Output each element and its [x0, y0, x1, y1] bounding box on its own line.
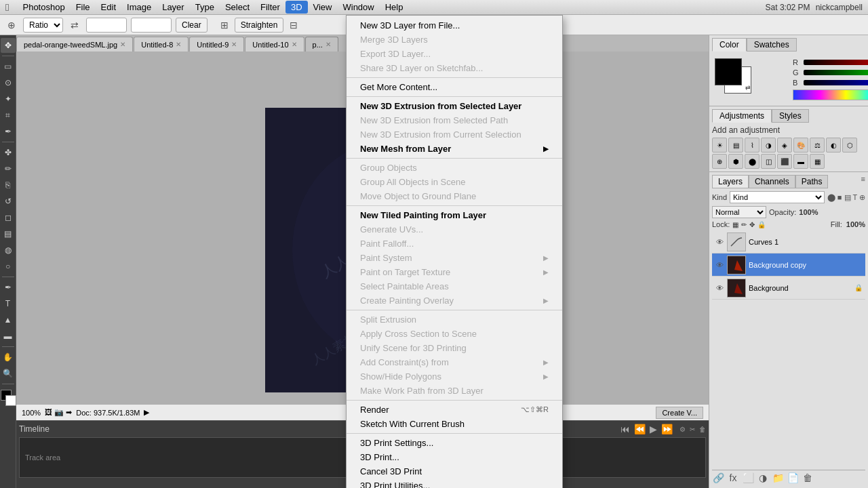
- menu-item-paint-system: Paint System▶: [347, 251, 562, 265]
- menu-separator: [347, 96, 562, 97]
- menu-item-make-work-path: Make Work Path from 3D Layer: [347, 384, 562, 398]
- menu-item-label: Group All Objects in Scene: [360, 177, 465, 187]
- menu-item-label: 3D Print...: [360, 452, 399, 462]
- submenu-arrow-icon: ▶: [543, 373, 549, 380]
- menu-separator: [347, 400, 562, 401]
- menu-image[interactable]: Image: [121, 1, 157, 14]
- menu-3d[interactable]: 3D: [285, 1, 308, 14]
- menu-item-cancel-3d-print[interactable]: Cancel 3D Print: [347, 464, 562, 479]
- menu-separator: [347, 158, 562, 159]
- menubar-datetime: Sat 3:02 PM: [766, 3, 810, 12]
- menu-separator: [347, 77, 562, 78]
- menu-item-label: Add Constraint(s) from: [360, 357, 449, 367]
- menu-item-new-3d-extrusion-selected-path: New 3D Extrusion from Selected Path: [347, 113, 562, 127]
- menu-item-show-hide-polygons: Show/Hide Polygons▶: [347, 369, 562, 384]
- menu-type[interactable]: Type: [190, 1, 220, 14]
- menu-item-export-3d-layer: Export 3D Layer...: [347, 47, 562, 61]
- menu-item-label: Select Paintable Areas: [360, 281, 449, 291]
- menu-separator: [347, 310, 562, 310]
- menu-separator: [347, 205, 562, 206]
- submenu-arrow-icon: ▶: [543, 145, 549, 152]
- menu-layer[interactable]: Layer: [157, 1, 190, 14]
- menu-item-new-3d-layer[interactable]: New 3D Layer from File...: [347, 18, 562, 33]
- menu-item-move-object-ground: Move Object to Ground Plane: [347, 189, 562, 203]
- menu-item-3d-print-utilities[interactable]: 3D Print Utilities...: [347, 479, 562, 488]
- menu-item-split-extrusion: Split Extrusion: [347, 312, 562, 327]
- menu-item-render[interactable]: Render⌥⇧⌘R: [347, 403, 562, 417]
- menu-item-label: Merge 3D Layers: [360, 35, 428, 45]
- menu-item-label: New 3D Extrusion from Selected Layer: [360, 101, 521, 111]
- menu-photoshop[interactable]: Photoshop: [17, 1, 70, 14]
- menu-item-label: Create Painting Overlay: [360, 296, 454, 306]
- menu-item-share-3d-layer: Share 3D Layer on Sketchfab...: [347, 61, 562, 75]
- submenu-arrow-icon: ▶: [543, 254, 549, 262]
- menu-select[interactable]: Select: [220, 1, 255, 14]
- apple-logo-icon: : [5, 1, 9, 13]
- menu-item-label: New 3D Extrusion from Selected Path: [360, 115, 508, 125]
- menu-item-group-all-objects: Group All Objects in Scene: [347, 175, 562, 189]
- menu-item-apply-cross-section: Apply Cross Section to Scene: [347, 327, 562, 341]
- menu-item-label: New 3D Extrusion from Current Selection: [360, 129, 521, 140]
- menubar-user: nickcampbell: [816, 3, 863, 12]
- menu-item-label: Generate UVs...: [360, 224, 423, 235]
- menu-filter[interactable]: Filter: [255, 1, 285, 14]
- submenu-arrow-icon: ▶: [543, 297, 549, 304]
- menu-item-label: Unify Scene for 3D Printing: [360, 343, 467, 353]
- menu-item-label: Apply Cross Section to Scene: [360, 329, 477, 339]
- menu-shortcut: ⌥⇧⌘R: [521, 405, 549, 414]
- menu-item-new-3d-extrusion-current-selection: New 3D Extrusion from Current Selection: [347, 127, 562, 142]
- menu-item-generate-uvs: Generate UVs...: [347, 222, 562, 237]
- menu-view[interactable]: View: [308, 1, 338, 14]
- menu-item-label: Paint Falloff...: [360, 239, 414, 249]
- menu-window[interactable]: Window: [337, 1, 379, 14]
- menu-item-3d-print-settings[interactable]: 3D Print Settings...: [347, 436, 562, 450]
- menu-item-label: Share 3D Layer on Sketchfab...: [360, 63, 483, 73]
- menu-item-add-constraints: Add Constraint(s) from▶: [347, 355, 562, 369]
- menu-bar:  Photoshop File Edit Image Layer Type S…: [0, 0, 868, 15]
- menu-item-label: Paint System: [360, 253, 412, 263]
- menu-item-label: Move Object to Ground Plane: [360, 191, 476, 201]
- menu-item-merge-3d-layers: Merge 3D Layers: [347, 33, 562, 47]
- menu-item-3d-print[interactable]: 3D Print...: [347, 450, 562, 464]
- menu-item-paint-falloff: Paint Falloff...: [347, 237, 562, 251]
- menu-edit[interactable]: Edit: [96, 1, 121, 14]
- menu-item-label: Export 3D Layer...: [360, 49, 431, 59]
- submenu-arrow-icon: ▶: [543, 359, 549, 366]
- menu-item-label: Render: [360, 405, 389, 415]
- menu-item-label: Split Extrusion: [360, 314, 416, 325]
- menu-item-new-mesh-from-layer[interactable]: New Mesh from Layer▶: [347, 142, 562, 156]
- menubar-right: Sat 3:02 PM nickcampbell: [766, 3, 863, 12]
- menu-item-select-paintable: Select Paintable Areas: [347, 279, 562, 293]
- menu-help[interactable]: Help: [380, 1, 409, 14]
- menu-item-create-painting-overlay: Create Painting Overlay▶: [347, 293, 562, 308]
- menu-item-label: Paint on Target Texture: [360, 267, 450, 277]
- menu-item-label: 3D Print Utilities...: [360, 481, 430, 488]
- menu-item-group-objects: Group Objects: [347, 161, 562, 175]
- menu-item-paint-on-target: Paint on Target Texture▶: [347, 265, 562, 279]
- 3d-menu-dropdown: New 3D Layer from File...Merge 3D Layers…: [346, 15, 563, 488]
- menu-item-label: 3D Print Settings...: [360, 438, 433, 448]
- menu-item-label: Show/Hide Polygons: [360, 371, 441, 382]
- menu-item-label: Cancel 3D Print: [360, 466, 422, 476]
- menu-file[interactable]: File: [71, 1, 96, 14]
- menu-item-new-3d-extrusion-selected-layer[interactable]: New 3D Extrusion from Selected Layer: [347, 99, 562, 113]
- menu-item-label: New Mesh from Layer: [360, 144, 451, 154]
- menu-item-new-tiled-painting[interactable]: New Tiled Painting from Layer: [347, 208, 562, 222]
- menu-item-label: Get More Content...: [360, 82, 437, 92]
- menu-item-unify-scene: Unify Scene for 3D Printing: [347, 341, 562, 355]
- menu-item-sketch-brush[interactable]: Sketch With Current Brush: [347, 417, 562, 431]
- menu-item-label: New 3D Layer from File...: [360, 20, 460, 30]
- menu-item-get-more-content[interactable]: Get More Content...: [347, 80, 562, 94]
- menu-item-label: Sketch With Current Brush: [360, 419, 465, 429]
- menu-item-label: Make Work Path from 3D Layer: [360, 386, 484, 396]
- submenu-arrow-icon: ▶: [543, 268, 549, 276]
- menu-item-label: Group Objects: [360, 163, 417, 173]
- menu-item-label: New Tiled Painting from Layer: [360, 210, 486, 220]
- menu-separator: [347, 433, 562, 434]
